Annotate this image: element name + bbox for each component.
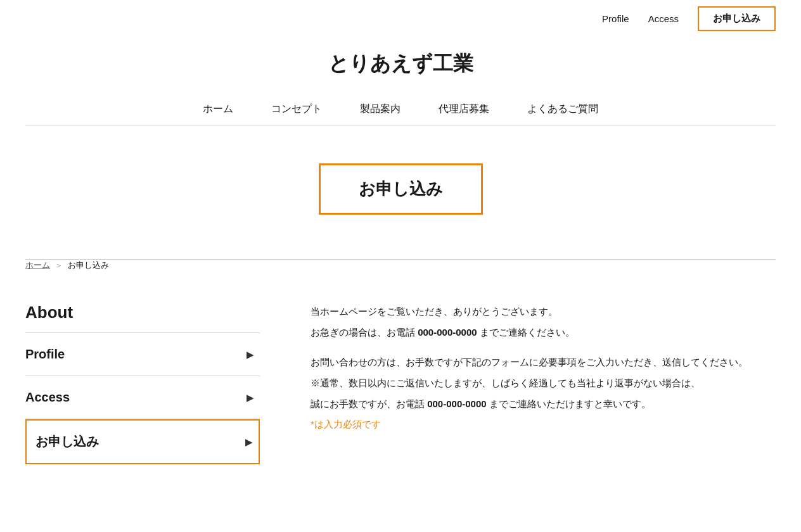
sidebar-item-profile[interactable]: Profile ▶ [25, 333, 260, 376]
breadcrumb-current: お申し込み [68, 260, 109, 271]
nav-concept[interactable]: コンセプト [271, 103, 322, 116]
sidebar-item-apply[interactable]: お申し込み ▶ [25, 419, 260, 464]
sidebar-item-access[interactable]: Access ▶ [25, 376, 260, 419]
sidebar-apply-label: お申し込み [35, 433, 99, 450]
sidebar-about-title: About [25, 296, 260, 332]
content-line2-suffix: までご連絡ください。 [477, 327, 575, 338]
breadcrumb: ホーム ＞ お申し込み [25, 260, 776, 271]
top-nav-access[interactable]: Access [648, 13, 679, 24]
nav-home[interactable]: ホーム [203, 103, 233, 116]
hero-apply-button[interactable]: お申し込み [319, 163, 483, 215]
site-title-area: とりあえず工業 [0, 37, 801, 94]
hero-section: お申し込み [0, 125, 801, 259]
nav-products[interactable]: 製品案内 [360, 103, 401, 116]
content-line2-prefix: お急ぎの場合は、お電話 [311, 327, 418, 338]
sidebar-access-arrow: ▶ [247, 393, 253, 403]
content-line4: ※通常、数日以内にご返信いたしますが、しばらく経過しても当社より返事がない場合は… [311, 374, 776, 391]
content-area: About Profile ▶ Access ▶ お申し込み ▶ 当ホームページ… [0, 290, 801, 490]
content-line5-prefix: 誠にお手数ですが、お電話 [311, 398, 427, 409]
main-content: 当ホームページをご覧いただき、ありがとうございます。 お急ぎの場合は、お電話 0… [260, 296, 776, 464]
nav-faq[interactable]: よくあるご質問 [527, 103, 598, 116]
main-nav: ホーム コンセプト 製品案内 代理店募集 よくあるご質問 [0, 94, 801, 125]
sidebar-profile-arrow: ▶ [247, 350, 253, 360]
content-line5: 誠にお手数ですが、お電話 000-000-0000 までご連絡いただけますと幸い… [311, 395, 776, 412]
breadcrumb-separator: ＞ [55, 260, 63, 271]
breadcrumb-area: ホーム ＞ お申し込み [0, 260, 801, 290]
top-nav-apply-button[interactable]: お申し込み [698, 6, 776, 31]
content-line3: お問い合わせの方は、お手数ですが下記のフォームに必要事項をご入力いただき、送信し… [311, 353, 776, 370]
breadcrumb-home-link[interactable]: ホーム [25, 260, 50, 271]
nav-dealer[interactable]: 代理店募集 [439, 103, 489, 116]
sidebar: About Profile ▶ Access ▶ お申し込み ▶ [25, 296, 260, 464]
site-title: とりあえず工業 [0, 50, 801, 78]
sidebar-apply-arrow: ▶ [245, 437, 252, 447]
content-line5-suffix: までご連絡いただけますと幸いです。 [487, 398, 651, 409]
content-line2: お急ぎの場合は、お電話 000-000-0000 までご連絡ください。 [311, 324, 776, 341]
content-phone2: 000-000-0000 [427, 398, 486, 409]
top-nav-profile[interactable]: Profile [602, 13, 629, 24]
required-note: *は入力必須です [311, 419, 776, 431]
content-line1: 当ホームページをご覧いただき、ありがとうございます。 [311, 303, 776, 320]
top-nav: Profile Access お申し込み [0, 0, 801, 37]
content-phone1: 000-000-0000 [418, 327, 477, 338]
sidebar-access-label: Access [25, 390, 70, 405]
sidebar-profile-label: Profile [25, 347, 65, 362]
